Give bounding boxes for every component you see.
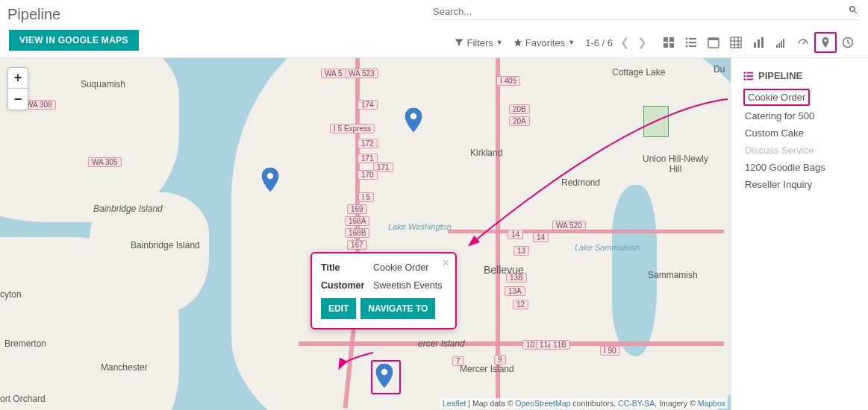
funnel-icon [455,38,463,47]
road-label: 20A [509,116,530,126]
svg-point-31 [743,75,746,77]
filters-dropdown[interactable]: Filters ▼ [455,37,502,48]
pager-next-icon[interactable]: ❯ [637,36,647,49]
road-label: 11B [549,340,570,350]
star-icon [513,38,522,47]
road-label: 167 [347,240,367,250]
svg-point-27 [267,173,273,179]
mapbox-link[interactable]: Mapbox [698,399,725,408]
map-view-icon[interactable] [814,32,837,53]
sidebar: PIPELINE Cookie Order Catering for 500 C… [731,58,868,410]
page-title: Pipeline [7,6,60,23]
city-label: ort Orchard [0,394,46,404]
activity-view-icon[interactable] [837,32,859,53]
svg-rect-30 [746,72,753,73]
graph-view-icon[interactable] [747,32,769,53]
road-label: 174 [357,100,378,110]
sidebar-item[interactable]: Discuss Service [743,142,868,159]
city-label: Du [714,64,725,75]
road-label: I 5 [358,192,374,202]
navigate-to-button[interactable]: NAVIGATE TO [360,298,435,319]
edit-button[interactable]: EDIT [321,298,356,319]
search-input[interactable] [433,6,848,17]
osm-link[interactable]: OpenStreetMap [515,399,570,408]
city-label: Redmond [561,177,600,188]
svg-point-8 [686,45,688,48]
sidebar-item[interactable]: Custom Cake [743,124,868,142]
calendar-view-icon[interactable] [702,32,725,53]
filters-label: Filters [466,37,493,48]
map-canvas[interactable]: WA 308 WA 305 WA 523 WA 5 174 I 5 Expres… [0,58,731,410]
zoom-out-button[interactable]: − [8,89,28,110]
svg-point-29 [743,72,746,74]
city-label: Union Hill-Newly Hill [638,154,713,174]
sidebar-item-selected[interactable]: Cookie Order [743,89,810,106]
svg-rect-1 [669,37,674,42]
cc-link[interactable]: CC-BY-SA [618,399,655,408]
svg-point-26 [410,113,416,119]
water-label: Lake Sammamish [575,243,640,252]
city-label: Bellevue [484,264,524,276]
kanban-view-icon[interactable] [658,32,680,53]
sidebar-item[interactable]: Catering for 500 [743,107,868,124]
svg-rect-2 [664,43,668,48]
svg-rect-21 [778,43,780,48]
pager-prev-icon[interactable]: ❮ [620,36,630,49]
city-label: Bainbridge Island [131,240,200,250]
city-label: Suquamish [81,79,125,89]
caret-down-icon: ▼ [496,39,503,46]
search-icon[interactable] [848,4,859,18]
road-label: WA 305 [88,157,122,167]
city-label: Kirkland [470,148,502,158]
road-label: WA 5 [321,69,346,78]
svg-point-33 [743,78,746,81]
svg-rect-17 [754,42,756,48]
road-label: 14 [508,230,523,239]
svg-rect-23 [783,39,784,48]
city-label: Bremerton [4,338,46,349]
list-view-icon[interactable] [680,32,702,53]
svg-rect-12 [731,37,741,48]
sidebar-item[interactable]: Reseller Inquiry [743,176,868,193]
zoom-control: + − [7,67,28,110]
cohort-view-icon[interactable] [769,32,792,53]
city-label: Manchester [101,362,148,373]
road-label: I 405 [496,76,520,86]
close-icon[interactable]: × [443,256,449,270]
road-label: 172 [357,139,378,148]
city-label: Cottage Lake [612,67,665,78]
road-label: 168B [345,228,369,238]
road-label: 13 [513,246,529,256]
svg-rect-3 [669,43,674,48]
view-in-google-maps-button[interactable]: VIEW IN GOOGLE MAPS [9,30,139,51]
map-pin-selected[interactable] [375,363,393,388]
svg-rect-34 [746,78,753,80]
svg-rect-22 [781,41,782,48]
popup-title-value: Cookie Order [373,262,428,273]
svg-rect-32 [746,75,753,77]
city-label: Mercer Island [460,364,514,374]
svg-rect-18 [758,40,760,48]
dashboard-view-icon[interactable] [792,32,814,53]
pager-text[interactable]: 1-6 / 6 [585,37,613,48]
city-label: Bainbridge Island [93,204,163,214]
svg-rect-7 [689,42,696,43]
road-label: 169 [347,204,367,214]
road-label: 170 [357,170,378,180]
map-pin[interactable] [405,107,422,133]
sidebar-item[interactable]: 1200 Goodie Bags [743,159,868,176]
leaflet-link[interactable]: Leaflet [443,399,466,408]
map-pin[interactable] [261,167,279,192]
favorites-dropdown[interactable]: Favorites ▼ [513,37,575,48]
list-icon [743,71,754,81]
svg-rect-11 [708,38,719,40]
city-label: ercer Island [418,338,465,349]
pivot-view-icon[interactable] [725,32,747,53]
water-label: Lake Washington [388,222,452,231]
road-label: WA 523 [345,69,378,78]
road-label: 14 [533,233,549,242]
road-label: 12 [513,300,528,309]
popup-customer-label: Customer [321,280,373,291]
zoom-in-button[interactable]: + [8,68,28,89]
popup-title-label: Title [321,262,373,273]
